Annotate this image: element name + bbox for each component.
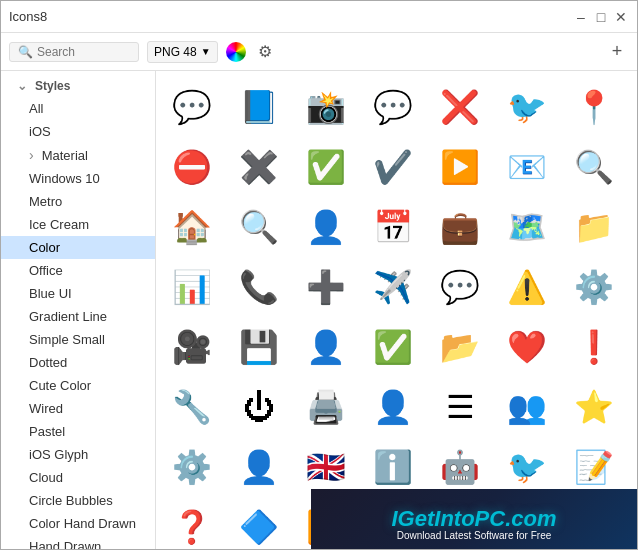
icon-cell-checkmark[interactable]: ✅ <box>298 139 354 195</box>
sidebar-item-gradientline[interactable]: Gradient Line <box>1 305 155 328</box>
color-wheel-button[interactable] <box>226 42 246 62</box>
icon-cell-heart[interactable]: ❤️ <box>499 319 555 375</box>
icon-cell-person[interactable]: 👤 <box>298 199 354 255</box>
icon-cell-save[interactable]: 💾 <box>231 319 287 375</box>
folder-open-icon: 📂 <box>440 327 480 367</box>
warning-icon: ⚠️ <box>507 267 547 307</box>
android-icon: 🤖 <box>440 447 480 487</box>
calendar-icon: 📅 <box>373 207 413 247</box>
close-icon: ❌ <box>440 87 480 127</box>
sidebar-item-iosglyph[interactable]: iOS Glyph <box>1 443 155 466</box>
icon-cell-check[interactable]: ✔️ <box>365 139 421 195</box>
format-select[interactable]: PNG 48 ▼ <box>147 41 218 63</box>
sidebar-item-dotted[interactable]: Dotted <box>1 351 155 374</box>
icon-cell-phone[interactable]: 📞 <box>231 259 287 315</box>
icon-cell-telegram[interactable]: ✈️ <box>365 259 421 315</box>
sidebar-item-all[interactable]: All <box>1 97 155 120</box>
icon-cell-tools[interactable]: 🔧 <box>164 379 220 435</box>
sidebar-item-colorhanddrawn[interactable]: Color Hand Drawn <box>1 512 155 535</box>
check-icon: ✔️ <box>373 147 413 187</box>
icon-cell-instagram[interactable]: 📸 <box>298 79 354 135</box>
icon-cell-facebook[interactable]: 📘 <box>231 79 287 135</box>
icon-cell-approve[interactable]: ✅ <box>365 319 421 375</box>
icon-cell-uk-flag[interactable]: 🇬🇧 <box>298 439 354 495</box>
icon-cell-exclamation[interactable]: ❗ <box>566 319 622 375</box>
icon-cell-power[interactable]: ⏻ <box>231 379 287 435</box>
icon-cell-settings2[interactable]: ⚙️ <box>164 439 220 495</box>
icon-cell-person2[interactable]: 👤 <box>365 379 421 435</box>
sidebar-item-cutecolor[interactable]: Cute Color <box>1 374 155 397</box>
icon-cell-user2[interactable]: 👤 <box>298 319 354 375</box>
chat-icon: 💬 <box>172 87 212 127</box>
sidebar-item-color[interactable]: Color <box>1 236 155 259</box>
star-icon: ⭐ <box>574 387 614 427</box>
close-button[interactable]: ✕ <box>613 9 629 25</box>
icon-cell-star[interactable]: ⭐ <box>566 379 622 435</box>
icon-cell-android[interactable]: 🤖 <box>432 439 488 495</box>
icon-cell-excel[interactable]: 📊 <box>164 259 220 315</box>
icon-cell-group[interactable]: 👥 <box>499 379 555 435</box>
icon-cell-error[interactable]: ✖️ <box>231 139 287 195</box>
search-input[interactable] <box>37 45 137 59</box>
approve-icon: ✅ <box>373 327 413 367</box>
icon-cell-close[interactable]: ❌ <box>432 79 488 135</box>
sidebar-item-pastel[interactable]: Pastel <box>1 420 155 443</box>
heart-icon: ❤️ <box>507 327 547 367</box>
sidebar-item-icecream[interactable]: Ice Cream <box>1 213 155 236</box>
icon-cell-add[interactable]: ➕ <box>298 259 354 315</box>
youtube-icon: ▶️ <box>440 147 480 187</box>
icon-cell-chat[interactable]: 💬 <box>164 79 220 135</box>
app-title: Icons8 <box>9 9 47 24</box>
menu-icon: ☰ <box>440 387 480 427</box>
icon-cell-calendar[interactable]: 📅 <box>365 199 421 255</box>
icon-cell-maps[interactable]: 🗺️ <box>499 199 555 255</box>
maximize-button[interactable]: □ <box>593 9 609 25</box>
search-box[interactable]: 🔍 <box>9 42 139 62</box>
icon-cell-home[interactable]: 🏠 <box>164 199 220 255</box>
icon-cell-line[interactable]: 💬 <box>432 259 488 315</box>
icon-cell-twitter2[interactable]: 🐦 <box>499 439 555 495</box>
title-bar-left: Icons8 <box>9 9 47 24</box>
icon-cell-gmail[interactable]: 📧 <box>499 139 555 195</box>
sidebar-item-cloud[interactable]: Cloud <box>1 466 155 489</box>
icon-cell-youtube[interactable]: ▶️ <box>432 139 488 195</box>
question-icon: ❓ <box>172 507 212 547</box>
sidebar-item-windows10[interactable]: Windows 10 <box>1 167 155 190</box>
sidebar-item-circlebubbles[interactable]: Circle Bubbles <box>1 489 155 512</box>
sidebar-item-blueui[interactable]: Blue UI <box>1 282 155 305</box>
sidebar-header-styles[interactable]: Styles <box>1 75 155 97</box>
sidebar-item-simplesm[interactable]: Simple Small <box>1 328 155 351</box>
sidebar-item-handdrawn[interactable]: Hand Drawn <box>1 535 155 549</box>
sidebar-item-office[interactable]: Office <box>1 259 155 282</box>
settings-button[interactable]: ⚙ <box>254 41 276 63</box>
sidebar-item-metro[interactable]: Metro <box>1 190 155 213</box>
icon-cell-no-entry[interactable]: ⛔ <box>164 139 220 195</box>
icon-cell-search[interactable]: 🔍 <box>566 139 622 195</box>
icon-cell-warning[interactable]: ⚠️ <box>499 259 555 315</box>
sidebar-item-material[interactable]: Material <box>1 143 155 167</box>
whatsapp-icon: 💬 <box>373 87 413 127</box>
icon-cell-folder[interactable]: 📁 <box>566 199 622 255</box>
icon-cell-info[interactable]: ℹ️ <box>365 439 421 495</box>
icon-cell-settings[interactable]: ⚙️ <box>566 259 622 315</box>
search-icon: 🔍 <box>574 147 614 187</box>
icon-cell-whatsapp[interactable]: 💬 <box>365 79 421 135</box>
icon-cell-printer[interactable]: 🖨️ <box>298 379 354 435</box>
icon-cell-word[interactable]: 📝 <box>566 439 622 495</box>
icon-cell-linkedin[interactable]: 💼 <box>432 199 488 255</box>
save-icon: 💾 <box>239 327 279 367</box>
icon-cell-google[interactable]: 🔍 <box>231 199 287 255</box>
icon-cell-question[interactable]: ❓ <box>164 499 220 549</box>
icon-cell-menu[interactable]: ☰ <box>432 379 488 435</box>
sidebar-item-ios[interactable]: iOS <box>1 120 155 143</box>
icon-cell-twitter[interactable]: 🐦 <box>499 79 555 135</box>
chevron-down-icon: ▼ <box>201 46 211 57</box>
icon-cell-youtube-logo[interactable]: 🎥 <box>164 319 220 375</box>
icon-cell-folder-open[interactable]: 📂 <box>432 319 488 375</box>
minimize-button[interactable]: – <box>573 9 589 25</box>
add-button[interactable]: + <box>605 40 629 64</box>
icon-cell-person3[interactable]: 👤 <box>231 439 287 495</box>
icon-cell-location[interactable]: 📍 <box>566 79 622 135</box>
icon-cell-vk[interactable]: 🔷 <box>231 499 287 549</box>
sidebar-item-wired[interactable]: Wired <box>1 397 155 420</box>
